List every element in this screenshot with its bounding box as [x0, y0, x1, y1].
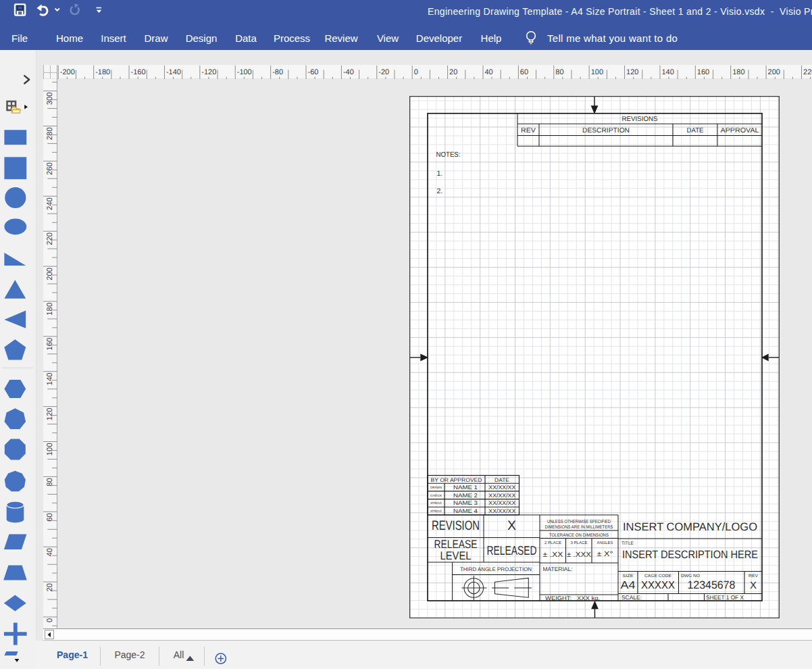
svg-text:XXXXX: XXXXX — [641, 579, 675, 591]
svg-text:60: 60 — [46, 513, 54, 522]
svg-text:THIRD ANGLE PROJECTION: THIRD ANGLE PROJECTION — [460, 566, 532, 572]
svg-text:REVISION: REVISION — [432, 518, 480, 532]
svg-text:2 PLACE: 2 PLACE — [544, 540, 561, 545]
svg-text:60: 60 — [520, 68, 528, 76]
svg-text:XX/XX/XX: XX/XX/XX — [488, 507, 515, 514]
svg-text:40: 40 — [46, 548, 54, 557]
svg-text:SIZE: SIZE — [623, 574, 634, 578]
svg-text:-60: -60 — [308, 68, 319, 76]
svg-text:± .XX: ± .XX — [543, 551, 563, 559]
svg-text:NOTES:: NOTES: — [436, 151, 461, 159]
svg-text:80: 80 — [46, 478, 54, 487]
svg-text:RELEASED: RELEASED — [487, 543, 537, 558]
svg-text:X: X — [507, 518, 516, 532]
svg-text:220: 220 — [46, 232, 54, 245]
svg-text:INSERT DESCRIPTION HERE: INSERT DESCRIPTION HERE — [622, 548, 758, 560]
svg-text:80: 80 — [555, 68, 563, 76]
svg-text:TITLE: TITLE — [621, 541, 634, 545]
svg-text:240: 240 — [46, 197, 54, 210]
svg-text:INSERT COMPANY/LOGO: INSERT COMPANY/LOGO — [623, 520, 757, 532]
svg-text:TOLERANCE ON DIMENSIONS: TOLERANCE ON DIMENSIONS — [549, 532, 609, 537]
svg-text:160: 160 — [697, 68, 709, 76]
svg-text:180: 180 — [732, 68, 744, 76]
svg-text:CHECK: CHECK — [430, 493, 442, 497]
svg-text:DATE: DATE — [687, 126, 704, 134]
svg-text:0: 0 — [414, 68, 418, 76]
svg-text:LEVEL: LEVEL — [440, 549, 472, 562]
svg-text:± X°: ± X° — [597, 550, 613, 558]
svg-text:APPROVAL: APPROVAL — [721, 126, 759, 134]
svg-text:20: 20 — [46, 583, 54, 592]
svg-text:-80: -80 — [272, 68, 283, 76]
svg-text:220: 220 — [803, 68, 812, 76]
svg-text:MATERIAL:: MATERIAL: — [543, 566, 573, 572]
svg-text:200: 200 — [768, 68, 780, 76]
svg-text:DRAWN: DRAWN — [430, 485, 442, 489]
svg-text:120: 120 — [46, 407, 54, 420]
svg-text:-200: -200 — [60, 68, 75, 76]
svg-text:280: 280 — [46, 127, 54, 140]
svg-text:300: 300 — [46, 92, 54, 105]
svg-text:DATE: DATE — [494, 476, 509, 482]
svg-text:UNLESS OTHERWISE SPECIFIED: UNLESS OTHERWISE SPECIFIED — [547, 519, 611, 524]
svg-text:DIMENSIONS ARE IN MILLIMETERS: DIMENSIONS ARE IN MILLIMETERS — [545, 525, 613, 530]
svg-text:-100: -100 — [237, 68, 252, 76]
svg-text:CAGE CODE: CAGE CODE — [644, 574, 671, 578]
svg-text:-180: -180 — [95, 68, 110, 76]
svg-text:12345678: 12345678 — [688, 578, 736, 591]
svg-text:260: 260 — [46, 162, 54, 175]
svg-text:100: 100 — [591, 68, 603, 76]
svg-text:REV: REV — [748, 574, 759, 578]
svg-text:A4: A4 — [621, 579, 636, 591]
svg-text:NAME 4: NAME 4 — [453, 507, 478, 514]
svg-text:20: 20 — [449, 68, 457, 76]
svg-text:SCALE:: SCALE: — [621, 594, 642, 601]
svg-text:ANGLES: ANGLES — [597, 540, 613, 545]
svg-text:180: 180 — [46, 303, 54, 316]
svg-text:NAME 1: NAME 1 — [453, 484, 478, 491]
svg-text:WEIGHT: XXX kg.: WEIGHT: XXX kg. — [545, 594, 600, 601]
svg-text:0: 0 — [46, 618, 54, 622]
svg-text:120: 120 — [626, 68, 638, 76]
svg-text:-20: -20 — [378, 68, 389, 76]
svg-text:DWG NO: DWG NO — [681, 574, 700, 578]
svg-text:3 PLACE: 3 PLACE — [571, 540, 588, 545]
svg-text:NAME 3: NAME 3 — [453, 499, 478, 506]
svg-text:SHEET 1 OF X: SHEET 1 OF X — [706, 594, 744, 601]
svg-text:REV: REV — [521, 126, 536, 134]
svg-text:XX/XX/XX: XX/XX/XX — [488, 491, 515, 498]
svg-text:160: 160 — [46, 338, 54, 351]
svg-text:1.: 1. — [437, 169, 443, 177]
svg-text:APPROVE: APPROVE — [430, 501, 442, 505]
svg-text:140: 140 — [46, 373, 54, 386]
svg-text:140: 140 — [662, 68, 674, 76]
svg-text:DESCRIPTION: DESCRIPTION — [582, 126, 630, 134]
svg-text:NAME 2: NAME 2 — [453, 491, 478, 498]
svg-text:X: X — [750, 579, 757, 591]
svg-text:XX/XX/XX: XX/XX/XX — [488, 499, 515, 506]
svg-text:-40: -40 — [343, 68, 354, 76]
svg-text:2.: 2. — [437, 187, 443, 195]
svg-text:± .XXX: ± .XXX — [567, 551, 591, 559]
svg-text:-160: -160 — [131, 68, 146, 76]
svg-text:-120: -120 — [202, 68, 217, 76]
svg-text:-140: -140 — [166, 68, 181, 76]
svg-text:BY OR APPROVED: BY OR APPROVED — [431, 476, 482, 482]
svg-text:REVISIONS: REVISIONS — [622, 116, 658, 123]
svg-text:APPROVE: APPROVE — [430, 509, 442, 512]
svg-text:40: 40 — [485, 68, 493, 76]
svg-text:200: 200 — [46, 268, 54, 280]
svg-text:100: 100 — [46, 443, 54, 455]
svg-text:XX/XX/XX: XX/XX/XX — [488, 484, 515, 491]
